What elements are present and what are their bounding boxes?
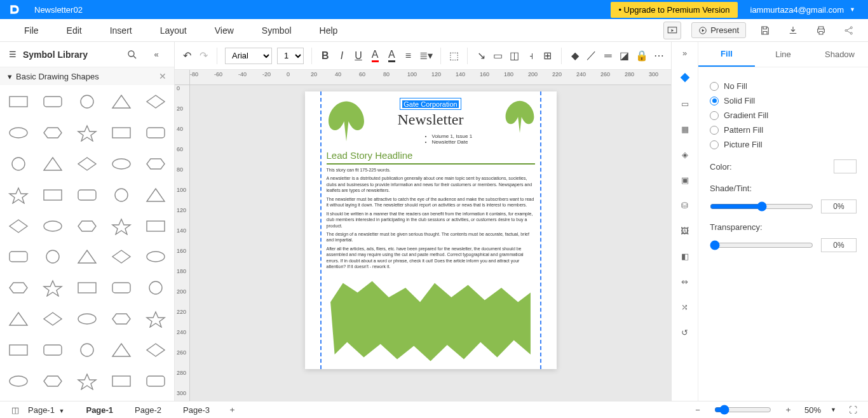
shape-item[interactable] (3, 89, 34, 114)
search-icon[interactable] (123, 46, 141, 64)
shape-item[interactable] (140, 275, 172, 300)
present-tool-icon[interactable]: ▣ (678, 173, 692, 187)
shape-item[interactable] (140, 306, 172, 332)
tab-shadow[interactable]: Shadow (811, 42, 868, 67)
zoom-slider[interactable] (714, 405, 771, 415)
shape-item[interactable] (3, 337, 34, 363)
shape-item[interactable] (37, 213, 69, 239)
redo-icon[interactable]: ↷ (198, 48, 209, 64)
menu-file[interactable]: File (10, 25, 53, 36)
shape-item[interactable] (71, 213, 103, 239)
image-icon[interactable]: ▭ (492, 48, 503, 64)
page-layout-icon[interactable]: ◫ (6, 401, 24, 418)
download-icon[interactable] (784, 22, 802, 39)
shape-item[interactable] (105, 213, 137, 239)
menu-help[interactable]: Help (306, 25, 352, 36)
shape-item[interactable] (37, 182, 69, 208)
page-document[interactable]: Gate Corporation Newsletter Volume 1, Is… (305, 91, 557, 369)
shape-item[interactable] (71, 151, 103, 177)
save-icon[interactable] (756, 22, 774, 39)
page-selector[interactable]: Page-1 ▼ (28, 405, 64, 415)
body-paragraph[interactable]: After all the articles, ads, fliers, etc… (327, 246, 535, 270)
history-icon[interactable]: ↺ (678, 325, 692, 339)
line-style-icon[interactable]: ═ (602, 48, 614, 64)
body-paragraph[interactable]: The newsletter must be attractive to cat… (327, 196, 535, 208)
fill-option-gradient-fill[interactable]: Gradient Fill (710, 111, 857, 120)
shape-item[interactable] (105, 182, 137, 208)
shape-item[interactable] (3, 306, 34, 332)
shape-item[interactable] (140, 182, 172, 208)
menu-layout[interactable]: Layout (146, 25, 201, 36)
fill-icon[interactable]: ◆ (569, 48, 580, 64)
bold-icon[interactable]: B (320, 48, 331, 64)
fill-option-pattern-fill[interactable]: Pattern Fill (710, 125, 857, 135)
shape-item[interactable] (71, 306, 103, 332)
more-icon[interactable]: ⋯ (653, 48, 665, 64)
highlight-icon[interactable]: A (386, 48, 397, 64)
upgrade-button[interactable]: • Upgrade to Premium Version (611, 2, 737, 18)
shape-item[interactable] (37, 337, 69, 363)
transparency-value[interactable]: 0% (821, 238, 857, 252)
shape-item[interactable] (3, 120, 34, 145)
shape-item[interactable] (71, 89, 103, 114)
app-logo[interactable] (0, 0, 29, 19)
transparency-slider[interactable] (710, 240, 813, 250)
shape-item[interactable] (3, 368, 34, 394)
shade-value[interactable]: 0% (821, 199, 857, 213)
zoom-in-icon[interactable]: ＋ (779, 401, 797, 418)
undo-icon[interactable]: ↶ (181, 48, 193, 64)
color-swatch[interactable] (834, 159, 857, 173)
menu-edit[interactable]: Edit (53, 25, 96, 36)
shape-item[interactable] (105, 89, 137, 114)
font-select[interactable]: Arial (225, 48, 272, 64)
collapse-left-icon[interactable]: « (147, 46, 165, 64)
shape-tool-icon[interactable]: ▭ (678, 97, 692, 111)
layers-icon[interactable]: ◈ (678, 147, 692, 161)
fill-option-no-fill[interactable]: No Fill (710, 81, 857, 91)
close-icon[interactable]: ✕ (159, 71, 166, 81)
layout-tool-icon[interactable]: ◧ (678, 249, 692, 263)
body-paragraph[interactable]: A newsletter is a distributed publicatio… (327, 175, 535, 193)
connector-icon[interactable]: ↘ (475, 48, 487, 64)
shape-item[interactable] (37, 306, 69, 332)
picture-tool-icon[interactable]: 🖼 (678, 224, 692, 238)
shape-item[interactable] (140, 151, 172, 177)
leaf-graphic[interactable] (324, 99, 369, 144)
shadow-icon[interactable]: ◪ (619, 48, 630, 64)
font-color-icon[interactable]: A (369, 48, 381, 64)
shape-item[interactable] (140, 120, 172, 145)
shape-item[interactable] (105, 275, 137, 300)
lead-headline[interactable]: Lead Story Headline (327, 150, 535, 165)
shape-item[interactable] (140, 337, 172, 363)
chart-icon[interactable]: ◫ (508, 48, 520, 64)
shape-item[interactable] (105, 337, 137, 363)
shape-item[interactable] (37, 89, 69, 114)
shape-item[interactable] (71, 337, 103, 363)
shape-item[interactable] (37, 151, 69, 177)
body-paragraph[interactable]: It should be written in a manner that th… (327, 211, 535, 229)
account-menu[interactable]: iammurtaza4@gmail.com▼ (750, 5, 856, 15)
shape-item[interactable] (3, 182, 34, 208)
menu-view[interactable]: View (201, 25, 248, 36)
shade-slider[interactable] (710, 201, 813, 212)
meta-bullet[interactable]: Newsletter Date (432, 139, 535, 145)
shape-item[interactable] (3, 275, 34, 300)
font-size-select[interactable]: 16 (277, 48, 304, 64)
fullscreen-icon[interactable]: ⛶ (844, 401, 862, 418)
expand-right-icon[interactable]: » (678, 46, 692, 60)
shapes-section-header[interactable]: ▾ Basic Drawing Shapes ✕ (0, 67, 174, 85)
align-dropdown-icon[interactable]: ≣▾ (419, 48, 433, 64)
align-icon[interactable]: ≡ (402, 48, 414, 64)
tab-line[interactable]: Line (755, 42, 811, 67)
spacing-tool-icon[interactable]: ⇔ (678, 274, 692, 288)
shape-item[interactable] (71, 275, 103, 300)
print-icon[interactable] (812, 22, 830, 39)
shape-item[interactable] (71, 244, 103, 269)
shape-item[interactable] (71, 182, 103, 208)
menu-insert[interactable]: Insert (96, 25, 146, 36)
shape-item[interactable] (71, 120, 103, 145)
leaf-graphic[interactable] (502, 99, 538, 135)
grid-tool-icon[interactable]: ▦ (678, 122, 692, 136)
share-icon[interactable] (840, 22, 858, 39)
add-page-icon[interactable]: ＋ (224, 401, 241, 418)
